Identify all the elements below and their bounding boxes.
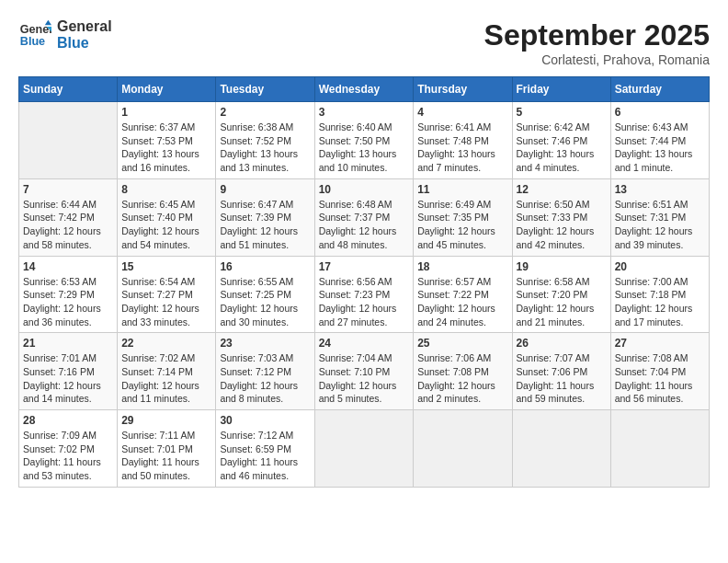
day-number: 11 — [417, 183, 507, 196]
day-info: Sunrise: 6:57 AMSunset: 7:22 PMDaylight:… — [417, 275, 507, 329]
day-number: 15 — [121, 260, 211, 273]
day-info: Sunrise: 7:03 AMSunset: 7:12 PMDaylight:… — [220, 351, 310, 406]
calendar-cell: 25Sunrise: 7:06 AMSunset: 7:08 PMDayligh… — [414, 333, 512, 410]
day-number: 26 — [517, 337, 607, 350]
calendar-table: SundayMondayTuesdayWednesdayThursdayFrid… — [18, 76, 710, 488]
day-number: 21 — [23, 337, 113, 350]
day-number: 8 — [121, 183, 211, 196]
calendar-cell: 19Sunrise: 6:58 AMSunset: 7:20 PMDayligh… — [512, 256, 610, 333]
day-info: Sunrise: 6:45 AMSunset: 7:40 PMDaylight:… — [121, 198, 211, 252]
calendar-cell: 27Sunrise: 7:08 AMSunset: 7:04 PMDayligh… — [610, 333, 709, 410]
day-number: 7 — [23, 183, 113, 196]
day-number: 14 — [23, 260, 113, 273]
day-info: Sunrise: 7:07 AMSunset: 7:06 PMDaylight:… — [517, 351, 607, 406]
calendar-cell: 7Sunrise: 6:44 AMSunset: 7:42 PMDaylight… — [19, 178, 118, 256]
day-info: Sunrise: 7:02 AMSunset: 7:14 PMDaylight:… — [121, 351, 211, 406]
calendar-cell: 14Sunrise: 6:53 AMSunset: 7:29 PMDayligh… — [19, 256, 118, 333]
day-number: 28 — [23, 414, 113, 427]
calendar-cell: 15Sunrise: 6:54 AMSunset: 7:27 PMDayligh… — [118, 256, 216, 333]
logo-icon: General Blue — [18, 18, 51, 52]
calendar-cell: 1Sunrise: 6:37 AMSunset: 7:53 PMDaylight… — [118, 102, 216, 179]
day-number: 10 — [319, 183, 410, 196]
day-number: 3 — [319, 106, 410, 119]
day-info: Sunrise: 6:51 AMSunset: 7:31 PMDaylight:… — [615, 198, 705, 252]
day-info: Sunrise: 7:06 AMSunset: 7:08 PMDaylight:… — [417, 351, 507, 406]
calendar-cell: 6Sunrise: 6:43 AMSunset: 7:44 PMDaylight… — [610, 102, 709, 179]
day-info: Sunrise: 6:58 AMSunset: 7:20 PMDaylight:… — [517, 275, 607, 329]
day-info: Sunrise: 7:04 AMSunset: 7:10 PMDaylight:… — [319, 351, 410, 406]
day-number: 5 — [517, 106, 607, 119]
day-info: Sunrise: 6:40 AMSunset: 7:50 PMDaylight:… — [319, 121, 410, 175]
calendar-week-row: 28Sunrise: 7:09 AMSunset: 7:02 PMDayligh… — [19, 410, 710, 488]
calendar-cell: 5Sunrise: 6:42 AMSunset: 7:46 PMDaylight… — [512, 102, 610, 179]
day-number: 23 — [220, 337, 310, 350]
calendar-cell: 26Sunrise: 7:07 AMSunset: 7:06 PMDayligh… — [512, 333, 610, 410]
calendar-header-row: SundayMondayTuesdayWednesdayThursdayFrid… — [19, 77, 710, 102]
day-info: Sunrise: 6:41 AMSunset: 7:48 PMDaylight:… — [417, 121, 507, 175]
day-info: Sunrise: 6:55 AMSunset: 7:25 PMDaylight:… — [220, 275, 310, 329]
calendar-cell: 9Sunrise: 6:47 AMSunset: 7:39 PMDaylight… — [216, 178, 314, 256]
calendar-cell — [512, 410, 610, 488]
calendar-cell: 12Sunrise: 6:50 AMSunset: 7:33 PMDayligh… — [512, 178, 610, 256]
day-number: 9 — [220, 183, 310, 196]
day-info: Sunrise: 6:56 AMSunset: 7:23 PMDaylight:… — [319, 275, 410, 329]
svg-text:Blue: Blue — [20, 35, 45, 48]
calendar-header-wednesday: Wednesday — [314, 77, 414, 102]
day-info: Sunrise: 7:11 AMSunset: 7:01 PMDaylight:… — [121, 429, 211, 483]
day-number: 24 — [319, 337, 410, 350]
day-info: Sunrise: 6:37 AMSunset: 7:53 PMDaylight:… — [121, 121, 211, 175]
calendar-week-row: 1Sunrise: 6:37 AMSunset: 7:53 PMDaylight… — [19, 102, 710, 179]
day-info: Sunrise: 6:38 AMSunset: 7:52 PMDaylight:… — [220, 121, 310, 175]
calendar-cell: 16Sunrise: 6:55 AMSunset: 7:25 PMDayligh… — [216, 256, 314, 333]
logo: General Blue General Blue — [18, 18, 112, 52]
day-number: 16 — [220, 260, 310, 273]
calendar-cell: 11Sunrise: 6:49 AMSunset: 7:35 PMDayligh… — [414, 178, 512, 256]
day-number: 20 — [615, 260, 705, 273]
day-number: 17 — [319, 260, 410, 273]
calendar-cell: 3Sunrise: 6:40 AMSunset: 7:50 PMDaylight… — [314, 102, 414, 179]
day-number: 2 — [220, 106, 310, 119]
calendar-cell: 18Sunrise: 6:57 AMSunset: 7:22 PMDayligh… — [414, 256, 512, 333]
calendar-cell: 22Sunrise: 7:02 AMSunset: 7:14 PMDayligh… — [118, 333, 216, 410]
calendar-cell: 8Sunrise: 6:45 AMSunset: 7:40 PMDaylight… — [118, 178, 216, 256]
day-number: 4 — [417, 106, 507, 119]
logo-text-blue: Blue — [57, 35, 112, 52]
calendar-cell: 17Sunrise: 6:56 AMSunset: 7:23 PMDayligh… — [314, 256, 414, 333]
calendar-week-row: 21Sunrise: 7:01 AMSunset: 7:16 PMDayligh… — [19, 333, 710, 410]
calendar-cell: 10Sunrise: 6:48 AMSunset: 7:37 PMDayligh… — [314, 178, 414, 256]
day-info: Sunrise: 7:12 AMSunset: 6:59 PMDaylight:… — [220, 429, 310, 483]
day-number: 29 — [121, 414, 211, 427]
day-number: 13 — [615, 183, 705, 196]
day-info: Sunrise: 6:48 AMSunset: 7:37 PMDaylight:… — [319, 198, 410, 252]
calendar-week-row: 14Sunrise: 6:53 AMSunset: 7:29 PMDayligh… — [19, 256, 710, 333]
day-number: 6 — [615, 106, 705, 119]
calendar-header-monday: Monday — [118, 77, 216, 102]
day-info: Sunrise: 6:49 AMSunset: 7:35 PMDaylight:… — [417, 198, 507, 252]
day-number: 30 — [220, 414, 310, 427]
day-info: Sunrise: 6:44 AMSunset: 7:42 PMDaylight:… — [23, 198, 113, 252]
calendar-cell — [314, 410, 414, 488]
day-info: Sunrise: 7:09 AMSunset: 7:02 PMDaylight:… — [23, 429, 113, 483]
day-info: Sunrise: 7:01 AMSunset: 7:16 PMDaylight:… — [23, 351, 113, 406]
day-info: Sunrise: 6:53 AMSunset: 7:29 PMDaylight:… — [23, 275, 113, 329]
calendar-cell: 13Sunrise: 6:51 AMSunset: 7:31 PMDayligh… — [610, 178, 709, 256]
day-number: 27 — [615, 337, 705, 350]
calendar-cell: 24Sunrise: 7:04 AMSunset: 7:10 PMDayligh… — [314, 333, 414, 410]
calendar-header-tuesday: Tuesday — [216, 77, 314, 102]
day-info: Sunrise: 7:08 AMSunset: 7:04 PMDaylight:… — [615, 351, 705, 406]
day-info: Sunrise: 6:54 AMSunset: 7:27 PMDaylight:… — [121, 275, 211, 329]
calendar-cell — [414, 410, 512, 488]
day-number: 12 — [517, 183, 607, 196]
calendar-cell: 21Sunrise: 7:01 AMSunset: 7:16 PMDayligh… — [19, 333, 118, 410]
calendar-cell: 20Sunrise: 7:00 AMSunset: 7:18 PMDayligh… — [610, 256, 709, 333]
calendar-cell — [610, 410, 709, 488]
location-subtitle: Corlatesti, Prahova, Romania — [484, 52, 710, 67]
day-number: 25 — [417, 337, 507, 350]
calendar-cell: 30Sunrise: 7:12 AMSunset: 6:59 PMDayligh… — [216, 410, 314, 488]
calendar-cell: 23Sunrise: 7:03 AMSunset: 7:12 PMDayligh… — [216, 333, 314, 410]
calendar-header-sunday: Sunday — [19, 77, 118, 102]
day-info: Sunrise: 6:42 AMSunset: 7:46 PMDaylight:… — [517, 121, 607, 175]
calendar-cell: 28Sunrise: 7:09 AMSunset: 7:02 PMDayligh… — [19, 410, 118, 488]
title-block: September 2025 Corlatesti, Prahova, Roma… — [484, 18, 710, 67]
day-number: 22 — [121, 337, 211, 350]
